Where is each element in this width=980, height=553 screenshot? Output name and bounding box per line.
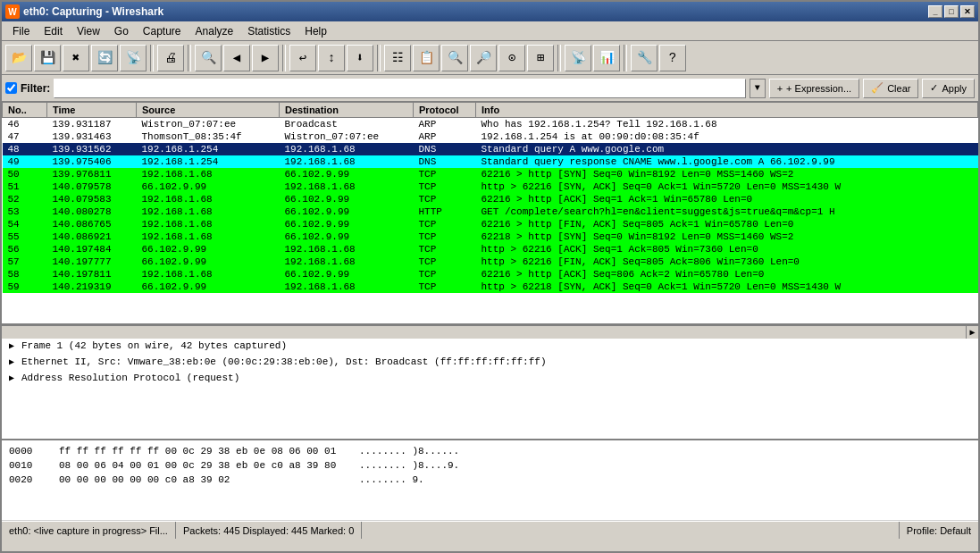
window-controls[interactable]: _ □ ✕ bbox=[928, 5, 975, 18]
cell-proto: TCP bbox=[414, 256, 476, 268]
cell-info: 62216 > http [FIN, ACK] Seq=805 Ack=1 Wi… bbox=[476, 218, 978, 230]
cell-info: http > 62218 [SYN, ACK] Seq=0 Ack=1 Win=… bbox=[476, 281, 978, 293]
cell-time: 140.079583 bbox=[47, 193, 137, 205]
auto-scroll-button[interactable]: 📋 bbox=[413, 45, 440, 71]
prev-packet-button[interactable]: ◀ bbox=[223, 45, 250, 71]
cell-dest: 192.168.1.68 bbox=[280, 155, 414, 168]
preferences-button[interactable]: 🔧 bbox=[631, 45, 658, 71]
table-row[interactable]: 56140.19748466.102.9.99192.168.1.68TCPht… bbox=[3, 243, 978, 256]
table-row[interactable]: 59140.21931966.102.9.99192.168.1.68TCPht… bbox=[3, 281, 978, 293]
cell-dest: 66.102.9.99 bbox=[280, 268, 414, 281]
filter-checkbox[interactable] bbox=[5, 82, 17, 94]
apply-button[interactable]: ✓ Apply bbox=[922, 79, 975, 98]
table-row[interactable]: 46139.931187Wistron_07:07:eeBroadcastARP… bbox=[3, 118, 978, 131]
cell-no: 46 bbox=[3, 118, 47, 131]
menu-item-file[interactable]: File bbox=[5, 22, 37, 40]
col-source[interactable]: Source bbox=[137, 103, 280, 118]
minimize-button[interactable]: _ bbox=[928, 5, 942, 18]
maximize-button[interactable]: □ bbox=[944, 5, 959, 18]
menu-item-edit[interactable]: Edit bbox=[37, 22, 70, 40]
cell-time: 140.079578 bbox=[47, 180, 137, 193]
capture-filter-btn[interactable]: 📡 bbox=[565, 45, 591, 71]
table-row[interactable]: 51140.07957866.102.9.99192.168.1.68TCPht… bbox=[3, 180, 978, 193]
cell-source: 192.168.1.68 bbox=[137, 205, 280, 218]
go-fwd-button[interactable]: ↕ bbox=[318, 45, 345, 71]
go-back-button[interactable]: ↩ bbox=[289, 45, 316, 71]
clear-button[interactable]: 🧹 Clear bbox=[863, 79, 918, 98]
menu-item-help[interactable]: Help bbox=[297, 22, 334, 40]
cell-proto: TCP bbox=[414, 193, 476, 205]
scroll-end-button[interactable]: ⬇ bbox=[347, 45, 373, 71]
col-info[interactable]: Info bbox=[476, 103, 978, 118]
cell-time: 139.975406 bbox=[47, 155, 137, 168]
cell-time: 140.219319 bbox=[47, 281, 137, 293]
detail-row[interactable]: ▶Address Resolution Protocol (request) bbox=[2, 370, 978, 386]
cell-time: 139.931463 bbox=[47, 130, 137, 143]
cell-dest: 192.168.1.68 bbox=[280, 256, 414, 268]
cell-source: ThomsonT_08:35:4f bbox=[137, 130, 280, 143]
table-row[interactable]: 47139.931463ThomsonT_08:35:4fWistron_07:… bbox=[3, 130, 978, 143]
cell-source: 192.168.1.254 bbox=[137, 155, 280, 168]
capture-options-button[interactable]: 📡 bbox=[120, 45, 147, 71]
cell-no: 48 bbox=[3, 143, 47, 155]
cell-dest: Broadcast bbox=[280, 118, 414, 131]
filter-input[interactable] bbox=[54, 79, 745, 98]
scroll-right-button[interactable]: ▶ bbox=[966, 326, 978, 339]
expand-icon[interactable]: ▶ bbox=[5, 372, 18, 384]
detail-row[interactable]: ▶Frame 1 (42 bytes on wire, 42 bytes cap… bbox=[2, 338, 978, 354]
table-row[interactable]: 50139.976811192.168.1.6866.102.9.99TCP62… bbox=[3, 168, 978, 180]
zoom-in-button[interactable]: 🔍 bbox=[441, 45, 468, 71]
menu-item-capture[interactable]: Capture bbox=[136, 22, 188, 40]
save-button[interactable]: 💾 bbox=[34, 45, 61, 71]
normal-size-button[interactable]: ⊙ bbox=[498, 45, 525, 71]
next-packet-button[interactable]: ▶ bbox=[252, 45, 279, 71]
close-capture-button[interactable]: ✖ bbox=[63, 45, 89, 71]
expand-icon[interactable]: ▶ bbox=[5, 356, 18, 368]
cell-dest: 192.168.1.68 bbox=[280, 243, 414, 256]
filter-dropdown-button[interactable]: ▼ bbox=[750, 79, 766, 98]
hex-dump: 0000ff ff ff ff ff ff 00 0c 29 38 eb 0e … bbox=[2, 440, 978, 521]
cell-no: 57 bbox=[3, 256, 47, 268]
table-row[interactable]: 49139.975406192.168.1.254192.168.1.68DNS… bbox=[3, 155, 978, 168]
hex-bytes: 00 00 00 00 00 00 c0 a8 39 02 bbox=[59, 473, 345, 487]
menu-item-view[interactable]: View bbox=[70, 22, 107, 40]
col-dest[interactable]: Destination bbox=[280, 103, 414, 118]
toolbar-separator bbox=[377, 45, 381, 71]
cell-time: 140.197811 bbox=[47, 268, 137, 281]
col-no[interactable]: No.. bbox=[3, 103, 47, 118]
display-filter-btn[interactable]: 📊 bbox=[593, 45, 620, 71]
horizontal-scrollbar[interactable]: ▶ bbox=[2, 325, 978, 338]
col-time[interactable]: Time bbox=[47, 103, 137, 118]
close-button[interactable]: ✕ bbox=[960, 5, 975, 18]
expand-icon[interactable]: ▶ bbox=[5, 339, 18, 352]
colorize-list-button[interactable]: ☷ bbox=[384, 45, 411, 71]
open-button[interactable]: 📂 bbox=[5, 45, 32, 71]
expression-button[interactable]: + + Expression... bbox=[769, 79, 860, 98]
table-row[interactable]: 54140.086765192.168.1.6866.102.9.99TCP62… bbox=[3, 218, 978, 230]
find-button[interactable]: 🔍 bbox=[195, 45, 222, 71]
menu-item-statistics[interactable]: Statistics bbox=[240, 22, 297, 40]
cell-source: 192.168.1.68 bbox=[137, 268, 280, 281]
table-row[interactable]: 48139.931562192.168.1.254192.168.1.68DNS… bbox=[3, 143, 978, 155]
table-row[interactable]: 52140.079583192.168.1.6866.102.9.99TCP62… bbox=[3, 193, 978, 205]
reload-button[interactable]: 🔄 bbox=[91, 45, 118, 71]
cell-source: 66.102.9.99 bbox=[137, 256, 280, 268]
menu-item-go[interactable]: Go bbox=[107, 22, 136, 40]
resize-cols-button[interactable]: ⊞ bbox=[527, 45, 554, 71]
col-proto[interactable]: Protocol bbox=[414, 103, 476, 118]
print-button[interactable]: 🖨 bbox=[157, 45, 184, 71]
cell-info: 192.168.1.254 is at 00:90:d0:08:35:4f bbox=[476, 130, 978, 143]
cell-proto: HTTP bbox=[414, 205, 476, 218]
zoom-out-button[interactable]: 🔎 bbox=[470, 45, 497, 71]
cell-source: 192.168.1.254 bbox=[137, 143, 280, 155]
packet-list[interactable]: No.. Time Source Destination Protocol In… bbox=[2, 102, 978, 325]
table-row[interactable]: 55140.086921192.168.1.6866.102.9.99TCP62… bbox=[3, 230, 978, 243]
table-row[interactable]: 58140.197811192.168.1.6866.102.9.99TCP62… bbox=[3, 268, 978, 281]
table-row[interactable]: 57140.19777766.102.9.99192.168.1.68TCPht… bbox=[3, 256, 978, 268]
cell-time: 140.197484 bbox=[47, 243, 137, 256]
table-row[interactable]: 53140.080278192.168.1.6866.102.9.99HTTPG… bbox=[3, 205, 978, 218]
hex-bytes: 08 00 06 04 00 01 00 0c 29 38 eb 0e c0 a… bbox=[59, 458, 345, 473]
help-button[interactable]: ? bbox=[659, 45, 686, 71]
menu-item-analyze[interactable]: Analyze bbox=[188, 22, 241, 40]
detail-row[interactable]: ▶Ethernet II, Src: Vmware_38:eb:0e (00:0… bbox=[2, 354, 978, 370]
